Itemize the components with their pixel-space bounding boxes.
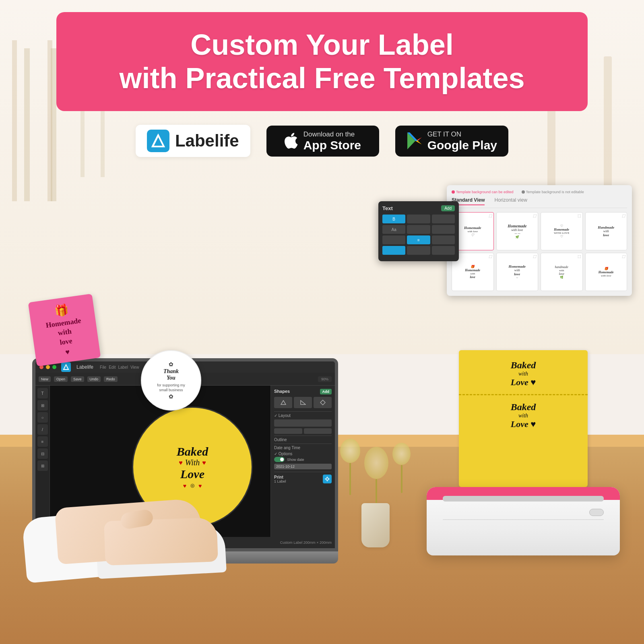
shape-triangle[interactable] [274,397,292,408]
templates-panel: Template background can be edited Templa… [447,185,632,296]
labelife-text: Labelife [175,131,239,151]
templates-notices: Template background can be edited Templa… [452,190,627,194]
text-option-5 [407,225,430,234]
print-label: Print [274,475,286,479]
menu-file: File [100,365,106,369]
tab-horizontal[interactable]: Horizontal view [494,197,527,205]
show-date-row: Show date [274,457,332,462]
outline-label: Outline [274,436,332,442]
tool-lines[interactable]: ≡ [37,436,48,447]
badges-row: Labelife Download on the App Store GET I… [56,125,588,157]
printer-body [427,487,620,555]
svg-marker-4 [415,141,422,144]
layout-input-3 [304,428,332,434]
header-title: Custom Your Label with Practical Free Te… [80,28,564,95]
hand-right [104,517,218,566]
text-option-1[interactable]: B [382,215,405,223]
googleplay-badge[interactable]: GET IT ON Google Play [395,126,508,157]
show-date-label: Show date [287,458,304,462]
maximize-dot [52,365,56,369]
datetime-label: Date ang Time [274,444,332,450]
app-icon-small [61,362,71,372]
tool-shape[interactable]: ○ [37,412,48,423]
text-option-2 [407,215,430,223]
googleplay-text: GET IT ON Google Play [427,130,497,152]
thank-you-main-text: ThankYou [163,368,179,382]
sticker-gift-icon: 🎁 [54,303,69,318]
notice-not-editable: Template background is not editable [522,190,584,194]
svg-marker-10 [320,400,325,405]
app-title: Labelife [76,364,93,370]
template-item-8[interactable]: 🎁 Homemade with love ⬚ [585,253,627,291]
label-strip-2: Baked with Love ♥ [459,395,588,436]
print-settings-icon[interactable] [323,475,332,483]
template-icon-6: ⬚ [533,254,537,258]
text-option-6 [432,225,455,234]
templates-grid: Homemade with love ♡ ⬚ Homemade with lov… [452,212,627,291]
label-2-with: with [471,413,576,419]
text-option-12 [432,246,455,255]
template-item-7[interactable]: handmade with love 🌿 ⬚ [541,253,583,291]
labelife-icon [147,130,169,152]
apple-logo-icon [283,132,298,150]
text-option-9 [432,235,455,244]
layout-input-2 [274,428,302,434]
template-item-3[interactable]: ♡ Homemade WITH LOVE ♡ ⬚ [541,212,583,250]
sticker-note: 🎁 Homemadewithlove ♥ [28,294,101,367]
notice-editable: Template background can be edited [452,190,514,194]
label-1-love: Love ♥ [471,377,576,388]
shape-diamond[interactable] [314,397,332,408]
zoom-level: 90% [318,376,332,382]
tool-text[interactable]: T [37,388,48,398]
text-option-3 [432,215,455,223]
template-item-4[interactable]: Handmade with love ⬚ [585,212,627,250]
shapes-header: Shapes Add [274,389,332,394]
labelife-brand: Labelife [136,125,250,157]
toolbar-save[interactable]: Save [71,376,84,382]
vase-decoration [340,439,411,547]
template-icon-4: ⬚ [622,214,625,218]
tool-image[interactable]: ⊞ [37,400,48,411]
sticker-heart-icon: ♥ [65,348,70,357]
minimize-dot [46,365,50,369]
printer-paper-slot [443,496,604,502]
text-options-grid: B Aa ≡ [382,215,455,255]
date-value-display: 2021-10-12 [274,464,332,469]
google-play-icon [407,132,422,149]
text-panel: Text Add B Aa ≡ [378,201,459,261]
svg-marker-7 [64,365,68,369]
toolbar-new[interactable]: New [39,376,51,382]
templates-tabs: Standard View Horizontal view [452,197,627,208]
text-add-btn[interactable]: Add [441,205,455,211]
tool-barcode[interactable]: ⊟ [37,448,48,459]
toolbar-redo[interactable]: Redo [104,376,118,382]
hands-typing [16,463,225,576]
label-strip-1: Baked with Love ♥ [459,350,588,395]
label-1-with: with [471,371,576,377]
tool-draw[interactable]: / [37,424,48,435]
bg-shelf-a [24,48,56,201]
template-item-2[interactable]: Homemade with love ⸺⸺ 🌿 ⬚ [496,212,539,250]
svg-marker-9 [301,400,305,405]
show-date-toggle[interactable] [274,457,285,462]
toolbar-undo[interactable]: Undo [87,376,101,382]
layout-inputs-row [274,428,332,434]
text-option-align[interactable]: ≡ [407,235,430,244]
shape-right-triangle[interactable] [294,397,312,408]
text-option-11 [407,246,430,255]
print-count: 1 Label [274,479,286,483]
text-option-10 [382,246,405,255]
text-option-aa[interactable]: Aa [382,225,405,234]
template-icon-8: ⬚ [622,254,625,258]
template-item-6[interactable]: Homemade with love ~ ⬚ [496,253,539,291]
svg-point-11 [326,478,328,480]
menu-view: View [130,365,139,369]
toolbar-open[interactable]: Open [54,376,68,382]
menu-label: Label [118,365,128,369]
text-panel-header: Text Add [382,205,455,211]
layout-input-1 [274,419,332,427]
printer-power-button[interactable] [589,509,604,516]
template-icon-3: ⬚ [578,214,581,218]
appstore-badge[interactable]: Download on the App Store [266,126,379,157]
text-panel-title: Text [382,205,393,211]
